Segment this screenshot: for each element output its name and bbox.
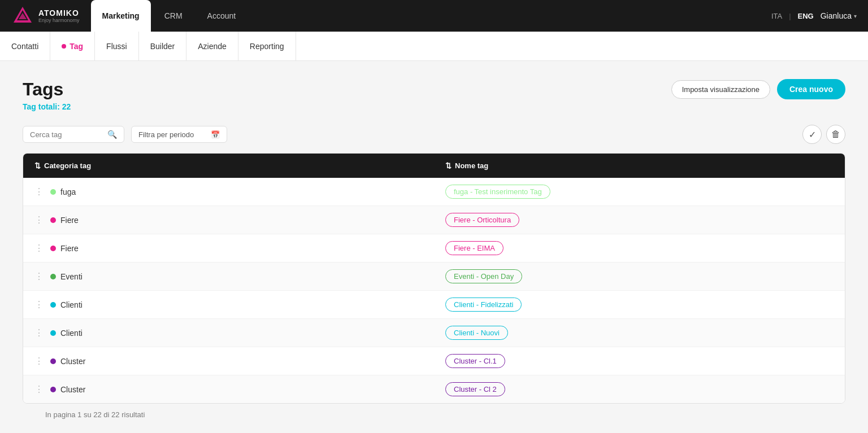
drag-handle-icon[interactable]: ⋮ (34, 384, 44, 395)
tag-badge[interactable]: fuga - Test inserimento Tag (445, 185, 550, 199)
search-box[interactable]: 🔍 (23, 126, 124, 143)
tag-active-dot (62, 44, 66, 49)
drag-handle-icon[interactable]: ⋮ (34, 243, 44, 253)
categoria-label: Clienti (60, 300, 83, 309)
drag-handle-icon[interactable]: ⋮ (34, 271, 44, 282)
main-content: Tags Tag totali: 22 Imposta visualizzazi… (0, 61, 868, 433)
nav-tab-marketing[interactable]: Marketing (91, 0, 151, 32)
categoria-label: Fiere (60, 244, 79, 253)
username: Gianluca (821, 11, 852, 20)
filters-row: 🔍 Filtra per periodo 📅 ✓ 🗑 (23, 125, 845, 144)
table-cell-nome: fuga - Test inserimento Tag (434, 178, 845, 205)
tag-badge[interactable]: Cluster - Cl.1 (445, 354, 505, 368)
table-cell-nome: Clienti - Nuovi (434, 319, 845, 347)
page-title-block: Tags Tag totali: 22 (23, 79, 71, 111)
header-actions: Imposta visualizzazione Crea nuovo (671, 79, 845, 99)
table-row: ⋮ Clienti Clienti - Nuovi (23, 319, 845, 347)
tag-badge[interactable]: Cluster - Cl 2 (445, 382, 505, 396)
sort-icon-nome: ⇅ (445, 161, 452, 170)
col-nome[interactable]: ⇅ Nome tag (434, 154, 845, 178)
page-title: Tags (23, 79, 71, 100)
nav-tab-account[interactable]: Account (196, 0, 248, 32)
tags-table: ⇅ Categoria tag ⇅ Nome tag ⋮ fuga fuga -… (23, 153, 845, 404)
nav-tag[interactable]: Tag (50, 32, 95, 61)
categoria-label: Cluster (60, 385, 85, 394)
table-row: ⋮ Clienti Clienti - Fidelizzati (23, 291, 845, 319)
lang-separator: | (789, 12, 791, 20)
nav-aziende[interactable]: Aziende (186, 32, 238, 61)
user-menu[interactable]: Gianluca ▾ (821, 11, 857, 20)
nav-flussi[interactable]: Flussi (95, 32, 139, 61)
lang-ita[interactable]: ITA (771, 12, 782, 20)
nav-tab-crm[interactable]: CRM (153, 0, 194, 32)
chevron-down-icon: ▾ (854, 13, 857, 19)
category-dot (50, 387, 56, 392)
table-row: ⋮ Cluster Cluster - Cl 2 (23, 375, 845, 403)
categoria-label: Cluster (60, 357, 85, 366)
filter-period-button[interactable]: Filtra per periodo 📅 (131, 126, 227, 143)
page-subtitle: Tag totali: 22 (23, 102, 71, 111)
top-nav-right: ITA | ENG Gianluca ▾ (771, 11, 857, 20)
tag-badge[interactable]: Clienti - Fidelizzati (445, 298, 522, 312)
drag-handle-icon[interactable]: ⋮ (34, 215, 44, 225)
filters-left: 🔍 Filtra per periodo 📅 (23, 126, 227, 143)
category-dot (50, 358, 56, 364)
table-body: ⋮ fuga fuga - Test inserimento Tag ⋮ Fie… (23, 178, 845, 403)
table-cell-categoria: ⋮ Clienti (23, 321, 434, 345)
categoria-label: Clienti (60, 329, 83, 338)
table-row: ⋮ Eventi Eventi - Open Day (23, 263, 845, 291)
crea-nuovo-button[interactable]: Crea nuovo (777, 79, 845, 99)
drag-handle-icon[interactable]: ⋮ (34, 186, 44, 197)
table-cell-categoria: ⋮ Fiere (23, 208, 434, 232)
table-cell-nome: Fiere - Orticoltura (434, 206, 845, 234)
delete-action-button[interactable]: 🗑 (826, 125, 845, 144)
confirm-action-button[interactable]: ✓ (802, 125, 822, 144)
imposta-visualizzazione-button[interactable]: Imposta visualizzazione (671, 80, 770, 99)
categoria-label: Eventi (60, 272, 83, 281)
filter-period-label: Filtra per periodo (138, 130, 194, 139)
table-cell-categoria: ⋮ Cluster (23, 349, 434, 373)
search-input[interactable] (30, 130, 103, 139)
lang-eng[interactable]: ENG (798, 12, 814, 20)
logo-text: ATOMIKO (38, 8, 80, 18)
drag-handle-icon[interactable]: ⋮ (34, 356, 44, 366)
drag-handle-icon[interactable]: ⋮ (34, 327, 44, 338)
category-dot (50, 302, 56, 308)
categoria-label: Fiere (60, 216, 79, 225)
category-dot (50, 189, 56, 195)
drag-handle-icon[interactable]: ⋮ (34, 299, 44, 310)
main-nav-tabs: Marketing CRM Account (91, 0, 771, 32)
table-cell-categoria: ⋮ fuga (23, 180, 434, 204)
nav-builder[interactable]: Builder (139, 32, 187, 61)
page-header: Tags Tag totali: 22 Imposta visualizzazi… (23, 79, 845, 111)
sort-icon-categoria: ⇅ (34, 161, 41, 170)
pagination-text: In pagina 1 su 22 di 22 risultati (45, 410, 145, 419)
col-categoria[interactable]: ⇅ Categoria tag (23, 154, 434, 178)
tag-badge[interactable]: Eventi - Open Day (445, 269, 522, 283)
category-dot (50, 246, 56, 251)
table-row: ⋮ Fiere Fiere - EIMA (23, 234, 845, 263)
logo-subtitle: Enjoy harmonomy (38, 18, 80, 23)
table-cell-categoria: ⋮ Cluster (23, 377, 434, 401)
filters-right: ✓ 🗑 (802, 125, 845, 144)
logo: ATOMIKO Enjoy harmonomy (11, 5, 80, 27)
categoria-label: fuga (60, 187, 76, 196)
calendar-icon: 📅 (211, 130, 220, 139)
table-cell-categoria: ⋮ Fiere (23, 236, 434, 260)
logo-icon (11, 5, 34, 27)
table-cell-nome: Cluster - Cl 2 (434, 375, 845, 403)
tag-badge[interactable]: Fiere - Orticoltura (445, 213, 519, 227)
nav-contatti[interactable]: Contatti (11, 32, 50, 61)
table-cell-categoria: ⋮ Clienti (23, 292, 434, 317)
table-cell-nome: Clienti - Fidelizzati (434, 291, 845, 318)
nav-reporting[interactable]: Reporting (238, 32, 296, 61)
secondary-nav: Contatti Tag Flussi Builder Aziende Repo… (0, 32, 868, 61)
tag-badge[interactable]: Clienti - Nuovi (445, 326, 508, 340)
table-row: ⋮ fuga fuga - Test inserimento Tag (23, 178, 845, 206)
table-cell-nome: Cluster - Cl.1 (434, 347, 845, 375)
table-row: ⋮ Fiere Fiere - Orticoltura (23, 206, 845, 234)
table-cell-nome: Eventi - Open Day (434, 263, 845, 290)
tag-badge[interactable]: Fiere - EIMA (445, 241, 504, 255)
search-icon: 🔍 (107, 130, 117, 139)
table-footer: In pagina 1 su 22 di 22 risultati (23, 404, 845, 426)
